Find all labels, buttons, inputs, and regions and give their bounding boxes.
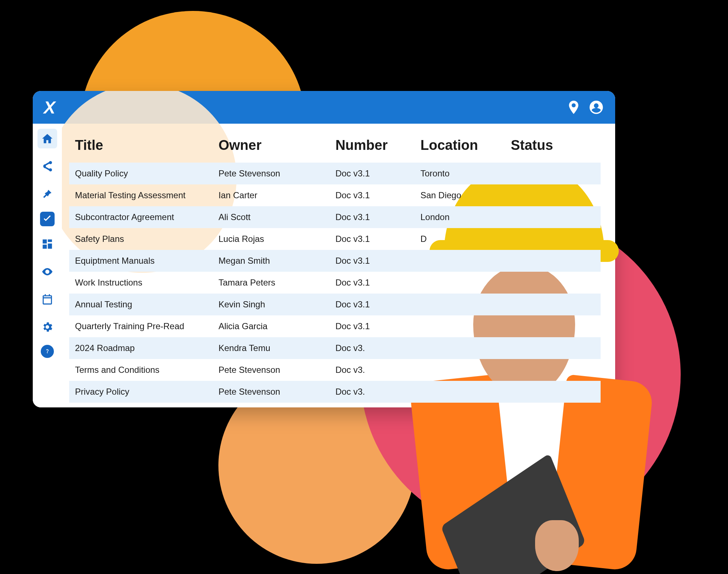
table-row[interactable]: Privacy PolicyPete StevensonDoc v3. — [69, 381, 601, 403]
cell-status — [505, 250, 601, 272]
app-window: X — [33, 91, 615, 407]
cell-status — [505, 381, 601, 403]
cell-number: Doc v3.1 — [329, 206, 415, 228]
dashboard-icon — [41, 238, 54, 250]
cell-location: D — [415, 228, 505, 250]
cell-location — [415, 250, 505, 272]
cell-title: Safety Plans — [69, 228, 213, 250]
account-icon[interactable] — [588, 99, 604, 115]
col-header-location[interactable]: Location — [415, 135, 505, 163]
table-row[interactable]: Work InstructionsTamara PetersDoc v3.1 — [69, 272, 601, 294]
cell-location: London — [415, 206, 505, 228]
cell-title: Quarterly Training Pre-Read — [69, 315, 213, 337]
cell-title: Privacy Policy — [69, 381, 213, 403]
cell-location — [415, 315, 505, 337]
calendar-icon — [41, 293, 54, 306]
table-row[interactable]: Terms and ConditionsPete StevensonDoc v3… — [69, 359, 601, 381]
col-header-owner[interactable]: Owner — [213, 135, 329, 163]
sidebar-item-tasks[interactable] — [40, 212, 55, 226]
cell-status — [505, 163, 601, 184]
check-icon — [41, 213, 54, 225]
cell-owner: Ian Carter — [213, 184, 329, 206]
share-icon — [41, 160, 54, 172]
cell-owner: Lucia Rojas — [213, 228, 329, 250]
cell-owner: Ali Scott — [213, 206, 329, 228]
cell-number: Doc v3.1 — [329, 315, 415, 337]
cell-number: Doc v3. — [329, 359, 415, 381]
cell-status — [505, 359, 601, 381]
cell-location — [415, 294, 505, 315]
cell-number: Doc v3.1 — [329, 163, 415, 184]
documents-table: Title Owner Number Location Status Quali… — [69, 135, 601, 403]
cell-location — [415, 359, 505, 381]
cell-number: Doc v3. — [329, 337, 415, 359]
sidebar-item-share[interactable] — [37, 156, 57, 176]
col-header-number[interactable]: Number — [329, 135, 415, 163]
cell-number: Doc v3.1 — [329, 184, 415, 206]
cell-location: Toronto — [415, 163, 505, 184]
cell-owner: Pete Stevenson — [213, 359, 329, 381]
cell-status — [505, 294, 601, 315]
cell-title: Quality Policy — [69, 163, 213, 184]
cell-owner: Pete Stevenson — [213, 163, 329, 184]
cell-owner: Megan Smith — [213, 250, 329, 272]
cell-title: Equiptment Manuals — [69, 250, 213, 272]
cell-title: Work Instructions — [69, 272, 213, 294]
help-icon — [44, 348, 51, 355]
cell-number: Doc v3. — [329, 381, 415, 403]
cell-status — [505, 184, 601, 206]
col-header-status[interactable]: Status — [505, 135, 601, 163]
table-header-row: Title Owner Number Location Status — [69, 135, 601, 163]
cell-title: 2024 Roadmap — [69, 337, 213, 359]
cell-status — [505, 315, 601, 337]
table-row[interactable]: 2024 RoadmapKendra TemuDoc v3. — [69, 337, 601, 359]
cell-title: Material Testing Assessment — [69, 184, 213, 206]
cell-location: San Diego — [415, 184, 505, 206]
home-icon — [41, 132, 54, 145]
sidebar-item-pin[interactable] — [37, 184, 57, 204]
cell-status — [505, 272, 601, 294]
cell-owner: Alicia Garcia — [213, 315, 329, 337]
cell-owner: Pete Stevenson — [213, 381, 329, 403]
location-icon[interactable] — [566, 99, 582, 115]
cell-location — [415, 272, 505, 294]
cell-status — [505, 228, 601, 250]
table-row[interactable]: Material Testing AssessmentIan CarterDoc… — [69, 184, 601, 206]
sidebar-item-help[interactable] — [41, 345, 54, 358]
table-row[interactable]: Safety PlansLucia RojasDoc v3.1D — [69, 228, 601, 250]
table-row[interactable]: Subcontractor AgreementAli ScottDoc v3.1… — [69, 206, 601, 228]
table-row[interactable]: Quality PolicyPete StevensonDoc v3.1Toro… — [69, 163, 601, 184]
sidebar-item-view[interactable] — [37, 262, 57, 282]
sidebar-item-dashboard[interactable] — [37, 234, 57, 254]
cell-location — [415, 337, 505, 359]
cell-status — [505, 337, 601, 359]
pin-icon — [41, 188, 54, 200]
cell-number: Doc v3.1 — [329, 228, 415, 250]
cell-number: Doc v3.1 — [329, 250, 415, 272]
cell-title: Subcontractor Agreement — [69, 206, 213, 228]
table-row[interactable]: Equiptment ManualsMegan SmithDoc v3.1 — [69, 250, 601, 272]
cell-owner: Kendra Temu — [213, 337, 329, 359]
table-row[interactable]: Quarterly Training Pre-ReadAlicia Garcia… — [69, 315, 601, 337]
sidebar — [33, 124, 62, 407]
cell-title: Annual Testing — [69, 294, 213, 315]
sidebar-item-home[interactable] — [37, 129, 57, 148]
table-row[interactable]: Annual TestingKevin SinghDoc v3.1 — [69, 294, 601, 315]
cell-owner: Kevin Singh — [213, 294, 329, 315]
cell-number: Doc v3.1 — [329, 272, 415, 294]
cell-title: Terms and Conditions — [69, 359, 213, 381]
cell-owner: Tamara Peters — [213, 272, 329, 294]
cell-number: Doc v3.1 — [329, 294, 415, 315]
col-header-title[interactable]: Title — [69, 135, 213, 163]
sidebar-item-settings[interactable] — [37, 317, 57, 337]
cell-location — [415, 381, 505, 403]
main-content: Title Owner Number Location Status Quali… — [62, 124, 615, 407]
cell-status — [505, 206, 601, 228]
app-logo: X — [44, 97, 55, 117]
sidebar-item-calendar[interactable] — [37, 290, 57, 309]
eye-icon — [41, 266, 54, 278]
gear-icon — [41, 321, 54, 333]
